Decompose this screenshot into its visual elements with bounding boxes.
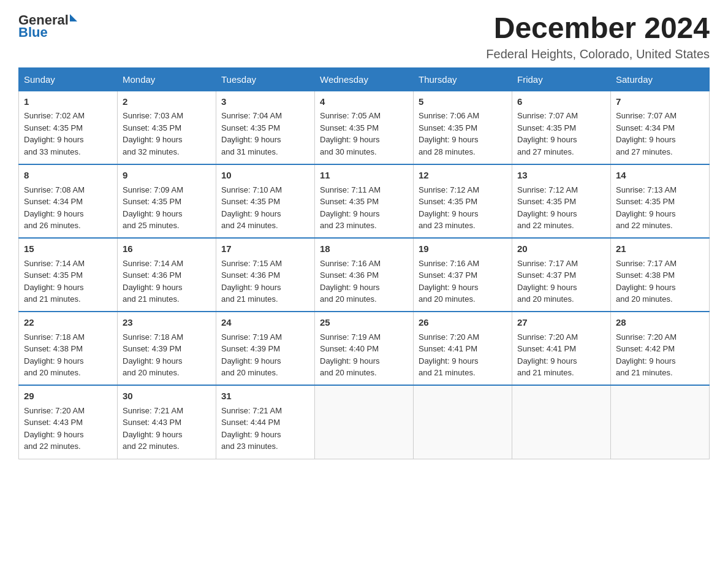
calendar-cell: 7Sunrise: 7:07 AMSunset: 4:34 PMDaylight… (611, 91, 710, 164)
day-number: 25 (320, 316, 408, 330)
calendar-cell: 27Sunrise: 7:20 AMSunset: 4:41 PMDayligh… (512, 312, 611, 385)
main-title: December 2024 (486, 12, 710, 45)
daylight-text: Daylight: 9 hours (123, 135, 183, 144)
day-number: 17 (221, 242, 309, 256)
calendar-cell: 29Sunrise: 7:20 AMSunset: 4:43 PMDayligh… (19, 385, 118, 459)
day-number: 26 (419, 316, 507, 330)
calendar-cell: 3Sunrise: 7:04 AMSunset: 4:35 PMDaylight… (216, 91, 315, 164)
daylight-text-cont: and 23 minutes. (221, 442, 278, 451)
calendar-cell: 20Sunrise: 7:17 AMSunset: 4:37 PMDayligh… (512, 238, 611, 312)
daylight-text-cont: and 21 minutes. (419, 368, 476, 377)
sunset-text: Sunset: 4:35 PM (24, 270, 83, 280)
calendar-cell: 1Sunrise: 7:02 AMSunset: 4:35 PMDaylight… (19, 91, 118, 164)
sunrise-text: Sunrise: 7:17 AM (616, 259, 677, 268)
daylight-text-cont: and 21 minutes. (517, 368, 574, 377)
calendar-header-row: SundayMondayTuesdayWednesdayThursdayFrid… (19, 67, 710, 91)
sunset-text: Sunset: 4:38 PM (24, 344, 83, 353)
daylight-text: Daylight: 9 hours (419, 283, 479, 292)
calendar-cell: 16Sunrise: 7:14 AMSunset: 4:36 PMDayligh… (118, 238, 216, 312)
calendar-cell: 25Sunrise: 7:19 AMSunset: 4:40 PMDayligh… (315, 312, 414, 385)
day-number: 11 (320, 169, 408, 183)
sunset-text: Sunset: 4:35 PM (123, 123, 181, 132)
day-number: 28 (616, 316, 704, 330)
sunrise-text: Sunrise: 7:08 AM (24, 185, 85, 194)
sunset-text: Sunset: 4:35 PM (221, 197, 280, 206)
sunset-text: Sunset: 4:44 PM (221, 418, 280, 427)
sunset-text: Sunset: 4:43 PM (123, 418, 181, 427)
calendar-cell: 22Sunrise: 7:18 AMSunset: 4:38 PMDayligh… (19, 312, 118, 385)
daylight-text: Daylight: 9 hours (419, 356, 479, 366)
sunrise-text: Sunrise: 7:03 AM (123, 111, 183, 120)
daylight-text-cont: and 22 minutes. (517, 221, 574, 230)
sunrise-text: Sunrise: 7:16 AM (320, 259, 381, 268)
calendar-cell: 13Sunrise: 7:12 AMSunset: 4:35 PMDayligh… (512, 164, 611, 238)
calendar-cell: 15Sunrise: 7:14 AMSunset: 4:35 PMDayligh… (19, 238, 118, 312)
weekday-header-friday: Friday (512, 67, 611, 91)
daylight-text-cont: and 21 minutes. (24, 294, 81, 304)
day-number: 27 (517, 316, 605, 330)
day-number: 14 (616, 169, 704, 183)
sunset-text: Sunset: 4:36 PM (123, 270, 181, 280)
sunset-text: Sunset: 4:35 PM (419, 123, 477, 132)
page-header: General Blue December 2024 Federal Heigh… (18, 12, 710, 61)
calendar-cell: 31Sunrise: 7:21 AMSunset: 4:44 PMDayligh… (216, 385, 315, 459)
daylight-text-cont: and 27 minutes. (517, 147, 574, 156)
daylight-text: Daylight: 9 hours (221, 209, 281, 218)
daylight-text: Daylight: 9 hours (517, 135, 577, 144)
sunset-text: Sunset: 4:39 PM (123, 344, 181, 353)
sunrise-text: Sunrise: 7:20 AM (419, 332, 479, 342)
daylight-text-cont: and 25 minutes. (123, 221, 180, 230)
sunrise-text: Sunrise: 7:14 AM (123, 259, 183, 268)
sunrise-text: Sunrise: 7:12 AM (517, 185, 578, 194)
sunrise-text: Sunrise: 7:05 AM (320, 111, 381, 120)
daylight-text-cont: and 20 minutes. (123, 368, 180, 377)
day-number: 9 (123, 169, 211, 183)
sunset-text: Sunset: 4:43 PM (24, 418, 83, 427)
daylight-text-cont: and 20 minutes. (419, 294, 476, 304)
daylight-text: Daylight: 9 hours (517, 209, 577, 218)
day-number: 24 (221, 316, 309, 330)
day-number: 6 (517, 95, 605, 109)
sunrise-text: Sunrise: 7:18 AM (123, 332, 183, 342)
calendar-cell (611, 385, 710, 459)
daylight-text: Daylight: 9 hours (123, 356, 183, 366)
day-number: 13 (517, 169, 605, 183)
daylight-text: Daylight: 9 hours (616, 135, 676, 144)
calendar-cell (414, 385, 512, 459)
daylight-text-cont: and 23 minutes. (419, 221, 476, 230)
sunrise-text: Sunrise: 7:20 AM (517, 332, 578, 342)
calendar-cell: 26Sunrise: 7:20 AMSunset: 4:41 PMDayligh… (414, 312, 512, 385)
daylight-text-cont: and 33 minutes. (24, 147, 81, 156)
weekday-header-monday: Monday (118, 67, 216, 91)
calendar-week-row: 8Sunrise: 7:08 AMSunset: 4:34 PMDaylight… (19, 164, 710, 238)
sunrise-text: Sunrise: 7:11 AM (320, 185, 381, 194)
calendar-week-row: 22Sunrise: 7:18 AMSunset: 4:38 PMDayligh… (19, 312, 710, 385)
daylight-text-cont: and 20 minutes. (221, 368, 278, 377)
sunset-text: Sunset: 4:41 PM (517, 344, 576, 353)
day-number: 4 (320, 95, 408, 109)
daylight-text-cont: and 31 minutes. (221, 147, 278, 156)
daylight-text-cont: and 30 minutes. (320, 147, 377, 156)
calendar-cell: 21Sunrise: 7:17 AMSunset: 4:38 PMDayligh… (611, 238, 710, 312)
day-number: 19 (419, 242, 507, 256)
daylight-text: Daylight: 9 hours (221, 356, 281, 366)
sunset-text: Sunset: 4:35 PM (616, 197, 675, 206)
day-number: 21 (616, 242, 704, 256)
sunrise-text: Sunrise: 7:19 AM (221, 332, 282, 342)
day-number: 29 (24, 389, 112, 404)
daylight-text-cont: and 22 minutes. (24, 442, 81, 451)
day-number: 20 (517, 242, 605, 256)
daylight-text-cont: and 20 minutes. (517, 294, 574, 304)
calendar-cell: 14Sunrise: 7:13 AMSunset: 4:35 PMDayligh… (611, 164, 710, 238)
daylight-text: Daylight: 9 hours (616, 209, 676, 218)
sunrise-text: Sunrise: 7:07 AM (616, 111, 677, 120)
daylight-text: Daylight: 9 hours (24, 135, 84, 144)
daylight-text-cont: and 21 minutes. (616, 368, 673, 377)
daylight-text: Daylight: 9 hours (221, 283, 281, 292)
sunset-text: Sunset: 4:35 PM (419, 197, 477, 206)
daylight-text: Daylight: 9 hours (419, 135, 479, 144)
calendar-cell: 12Sunrise: 7:12 AMSunset: 4:35 PMDayligh… (414, 164, 512, 238)
sunrise-text: Sunrise: 7:10 AM (221, 185, 282, 194)
calendar-cell: 23Sunrise: 7:18 AMSunset: 4:39 PMDayligh… (118, 312, 216, 385)
calendar-cell: 6Sunrise: 7:07 AMSunset: 4:35 PMDaylight… (512, 91, 611, 164)
